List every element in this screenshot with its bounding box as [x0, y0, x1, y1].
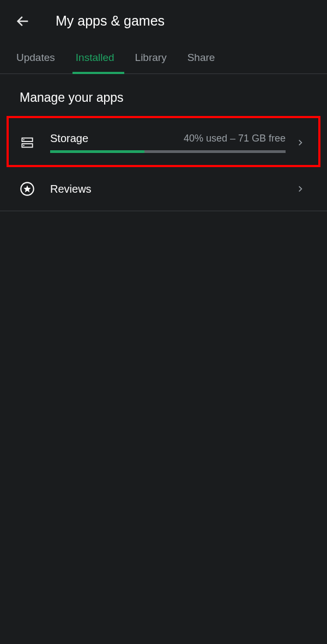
storage-item[interactable]: Storage 40% used – 71 GB free [9, 118, 318, 165]
storage-icon [20, 135, 35, 150]
tab-installed[interactable]: Installed [76, 42, 114, 73]
tab-bar: Updates Installed Library Share [0, 42, 327, 74]
reviews-label: Reviews [50, 183, 286, 195]
svg-point-6 [23, 145, 24, 146]
storage-progress-fill [50, 150, 144, 153]
storage-content: Storage 40% used – 71 GB free [50, 132, 286, 153]
page-title: My apps & games [56, 13, 165, 29]
storage-status: 40% used – 71 GB free [184, 133, 286, 144]
back-arrow-icon[interactable] [15, 14, 31, 29]
tab-library[interactable]: Library [135, 42, 167, 73]
chevron-right-icon [296, 183, 307, 194]
app-header: My apps & games [0, 0, 327, 42]
highlight-box: Storage 40% used – 71 GB free [7, 116, 320, 167]
svg-point-3 [23, 139, 24, 140]
storage-label: Storage [50, 132, 88, 145]
storage-progress-bar [50, 150, 286, 153]
star-circle-icon [20, 181, 35, 197]
section-title: Manage your apps [0, 74, 327, 116]
chevron-right-icon [296, 137, 307, 148]
reviews-item[interactable]: Reviews [0, 167, 327, 211]
tab-share[interactable]: Share [187, 42, 215, 73]
tab-updates[interactable]: Updates [16, 42, 55, 73]
